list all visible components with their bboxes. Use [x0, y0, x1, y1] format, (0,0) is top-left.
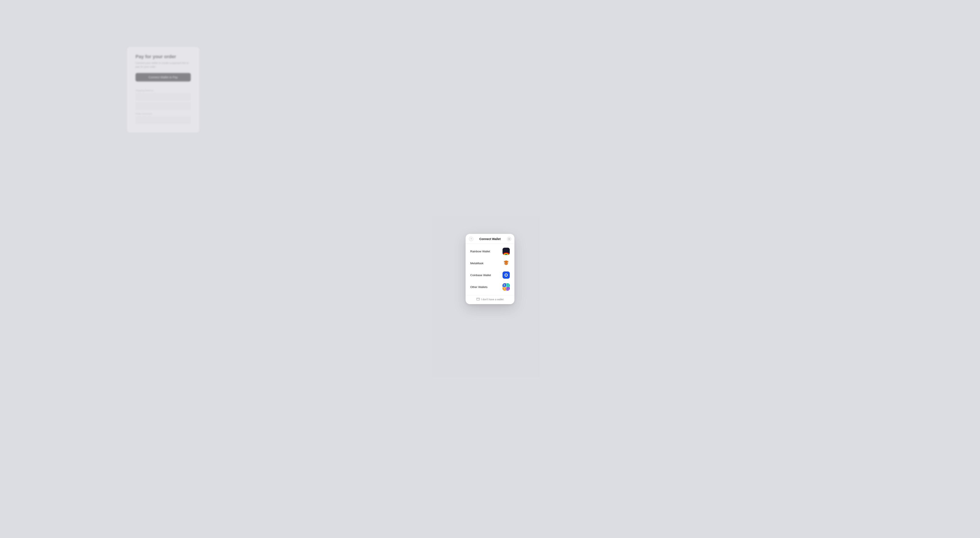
modal-overlay: ? Connect Wallet × Rainbow Wallet [0, 0, 326, 179]
